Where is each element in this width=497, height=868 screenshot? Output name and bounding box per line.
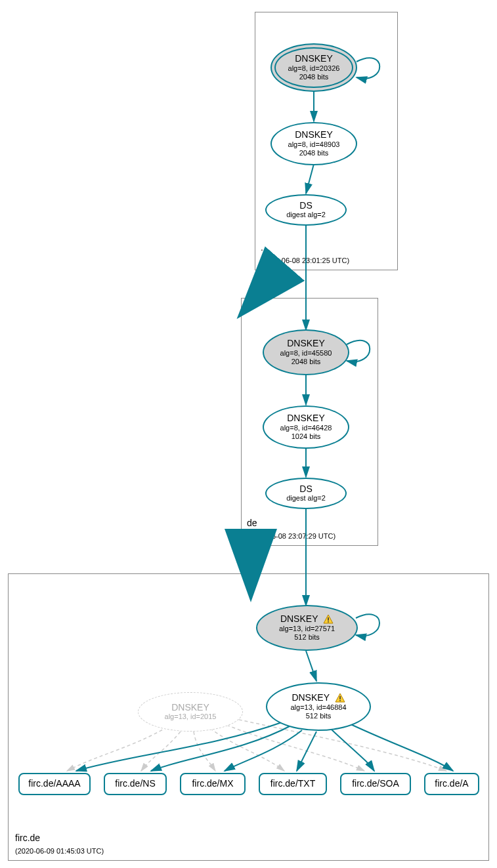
rr-label: firc.de/NS xyxy=(115,779,155,789)
svg-rect-3 xyxy=(339,700,341,701)
node-rr-txt: firc.de/TXT xyxy=(259,773,327,795)
rr-label: firc.de/MX xyxy=(192,779,233,789)
svg-rect-0 xyxy=(328,617,329,621)
zone-firc-ts: (2020-06-09 01:45:03 UTC) xyxy=(15,847,104,855)
node-title: DNSKEY xyxy=(280,614,334,625)
node-sub2: 1024 bits xyxy=(292,432,321,441)
node-sub2: 2048 bits xyxy=(299,149,329,157)
node-sub1: digest alg=2 xyxy=(286,494,326,503)
node-de-zsk: DNSKEY alg=8, id=46428 1024 bits xyxy=(263,405,349,449)
node-sub1: alg=13, id=27571 xyxy=(279,625,335,633)
node-title: DNSKEY xyxy=(171,703,209,713)
warning-icon xyxy=(335,693,345,703)
node-firc-ghost: DNSKEY alg=13, id=2015 xyxy=(138,692,243,732)
node-sub1: alg=8, id=48903 xyxy=(288,140,340,149)
node-sub1: alg=8, id=46428 xyxy=(280,424,332,432)
node-root-ksk: DNSKEY alg=8, id=20326 2048 bits xyxy=(270,43,357,92)
svg-rect-1 xyxy=(328,621,329,623)
node-title: DNSKEY xyxy=(292,693,345,703)
node-sub2: 2048 bits xyxy=(292,358,321,366)
node-title: DNSKEY xyxy=(295,130,333,140)
node-title: DS xyxy=(299,484,312,494)
node-sub1: alg=8, id=20326 xyxy=(288,64,340,73)
node-title: DNSKEY xyxy=(287,413,325,423)
node-root-ds: DS digest alg=2 xyxy=(265,194,347,226)
rr-label: firc.de/A xyxy=(435,779,468,789)
node-de-ds: DS digest alg=2 xyxy=(265,478,347,509)
node-rr-ns: firc.de/NS xyxy=(104,773,167,795)
zone-firc: firc.de (2020-06-09 01:45:03 UTC) xyxy=(8,573,489,861)
node-sub1: alg=13, id=46884 xyxy=(290,703,346,712)
rr-label: firc.de/TXT xyxy=(270,779,315,789)
node-rr-mx: firc.de/MX xyxy=(180,773,246,795)
node-sub1: alg=13, id=2015 xyxy=(165,713,217,721)
node-rr-a: firc.de/A xyxy=(424,773,479,795)
edge-root-de xyxy=(257,270,279,295)
node-rr-soa: firc.de/SOA xyxy=(340,773,411,795)
node-firc-zsk: DNSKEY alg=13, id=46884 512 bits xyxy=(266,682,371,731)
node-title: DNSKEY xyxy=(287,339,325,348)
node-title: DS xyxy=(299,201,312,211)
zone-de-ts: (2020-06-08 23:07:29 UTC) xyxy=(247,532,335,540)
node-title: DNSKEY xyxy=(295,54,333,64)
node-firc-ksk: DNSKEY alg=13, id=27571 512 bits xyxy=(256,605,358,651)
node-title-text: DNSKEY xyxy=(280,613,318,624)
node-de-ksk: DNSKEY alg=8, id=45580 2048 bits xyxy=(263,329,349,375)
node-rr-aaaa: firc.de/AAAA xyxy=(18,773,91,795)
node-sub2: 2048 bits xyxy=(299,73,329,81)
node-root-zsk: DNSKEY alg=8, id=48903 2048 bits xyxy=(270,122,357,165)
node-sub2: 512 bits xyxy=(306,712,332,720)
svg-rect-2 xyxy=(339,696,341,699)
node-sub2: 512 bits xyxy=(294,633,320,642)
zone-root-name: . xyxy=(261,242,263,253)
rr-label: firc.de/SOA xyxy=(352,779,399,789)
zone-de-name: de xyxy=(247,518,257,528)
node-sub1: digest alg=2 xyxy=(286,211,326,219)
node-sub1: alg=8, id=45580 xyxy=(280,349,332,358)
zone-root-ts: (2020-06-08 23:01:25 UTC) xyxy=(261,257,349,264)
node-title-text: DNSKEY xyxy=(292,692,329,703)
warning-icon xyxy=(323,614,334,625)
zone-firc-name: firc.de xyxy=(15,833,40,843)
rr-label: firc.de/AAAA xyxy=(28,779,80,789)
